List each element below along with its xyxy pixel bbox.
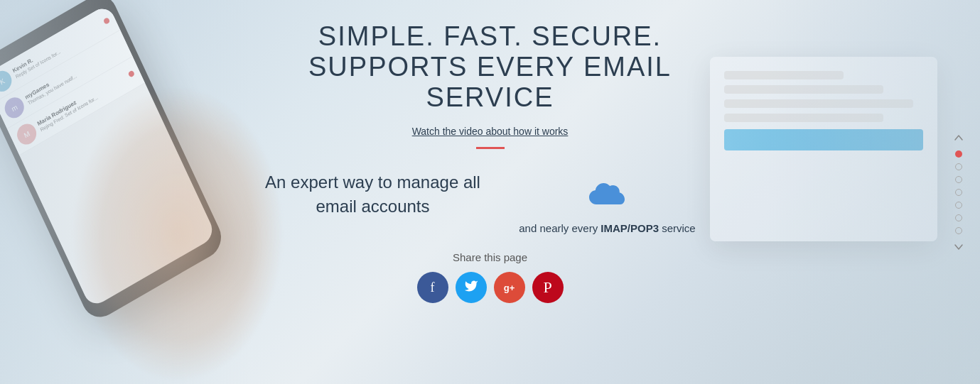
nav-dot-4[interactable] xyxy=(955,189,962,196)
nav-up-arrow[interactable] xyxy=(952,131,966,145)
googleplus-icon: g+ xyxy=(504,282,515,293)
facebook-button[interactable]: f xyxy=(417,272,448,303)
divider xyxy=(476,147,505,149)
features-area: An expert way to manage allemail account… xyxy=(242,170,739,234)
main-content: SIMPLE. FAST. SECURE. SUPPORTS EVERY EMA… xyxy=(242,0,739,384)
side-navigation xyxy=(952,131,966,254)
pinterest-button[interactable]: P xyxy=(532,272,564,303)
nav-dot-1[interactable] xyxy=(955,150,962,158)
pinterest-icon: P xyxy=(543,278,551,297)
headline-line1: SIMPLE. FAST. SECURE. xyxy=(242,21,739,52)
laptop-blue-element xyxy=(724,129,923,150)
nav-dot-2[interactable] xyxy=(955,163,962,170)
twitter-button[interactable] xyxy=(456,272,487,303)
googleplus-button[interactable]: g+ xyxy=(494,272,525,303)
laptop-content-row-2 xyxy=(724,85,883,94)
expert-text: An expert way to manage allemail account… xyxy=(256,170,490,218)
cloud-imap-area: and nearly every IMAP/POP3 service xyxy=(490,170,725,234)
social-icons: f g+ P xyxy=(417,272,564,303)
avatar-2: m xyxy=(1,94,27,121)
laptop-background xyxy=(710,57,937,241)
share-section: Share this page f g+ P xyxy=(417,251,564,303)
avatar-3: M xyxy=(14,120,40,148)
headline-line2: SUPPORTS EVERY EMAIL SERVICE xyxy=(242,52,739,113)
facebook-icon: f xyxy=(431,280,435,295)
imap-text: and nearly every IMAP/POP3 service xyxy=(519,222,695,234)
unread-dot-3 xyxy=(128,70,135,77)
nav-down-arrow[interactable] xyxy=(952,240,966,254)
laptop-screen-content xyxy=(710,57,937,165)
unread-dot-1 xyxy=(103,17,110,25)
laptop-content-row-4 xyxy=(724,114,883,122)
nav-dot-5[interactable] xyxy=(955,202,962,209)
share-label: Share this page xyxy=(453,251,527,263)
laptop-content-row-3 xyxy=(724,99,913,108)
nav-dot-6[interactable] xyxy=(955,214,962,221)
twitter-icon xyxy=(464,279,478,297)
nav-dot-3[interactable] xyxy=(955,176,962,183)
cloud-icon xyxy=(586,177,629,215)
video-link[interactable]: Watch the video about how it works xyxy=(412,126,569,137)
headline: SIMPLE. FAST. SECURE. SUPPORTS EVERY EMA… xyxy=(242,21,739,113)
laptop-content-row-1 xyxy=(724,71,844,79)
nav-dot-7[interactable] xyxy=(955,227,962,234)
